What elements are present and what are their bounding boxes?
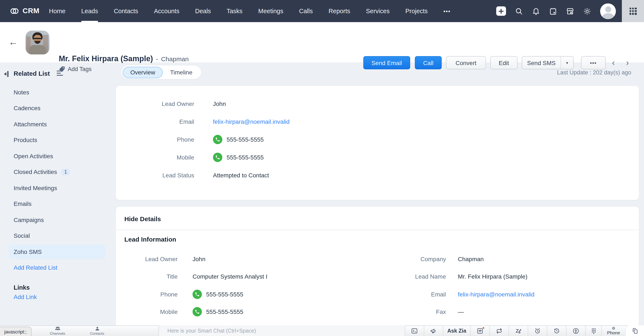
channels-dock-item[interactable]: Channels [45, 325, 70, 336]
sidebar-item-products[interactable]: Products [0, 132, 115, 148]
summary-row-lead-status: Lead Status Attempted to Contact [116, 166, 639, 184]
last-update-text: Last Update : 202 day(s) ago [557, 69, 631, 76]
nav-item-meetings[interactable]: Meetings [258, 0, 284, 22]
sidebar-item-notes[interactable]: Notes [0, 84, 115, 100]
field-phone: Phone 555-555-5555 [116, 285, 376, 303]
sidebar-item-open-activities[interactable]: Open Activities [0, 148, 115, 164]
nav-items: Home Leads Contacts Accounts Deals Tasks… [49, 0, 451, 22]
phone-call-icon[interactable] [192, 290, 202, 299]
accessibility-button[interactable] [566, 325, 585, 336]
hide-details-toggle[interactable]: Hide Details [116, 207, 639, 222]
lead-photo[interactable] [26, 31, 50, 54]
related-list-sidebar: Related List Notes Cadences Attachments … [0, 63, 115, 325]
lead-info-left-column: Lead Owner John Title Computer Systems A… [116, 250, 376, 336]
contacts-dock-item[interactable]: Contacts [84, 325, 110, 336]
collapse-sidebar-icon[interactable] [4, 71, 10, 77]
nav-item-home[interactable]: Home [49, 0, 66, 22]
sidebar-item-campaigns[interactable]: Campaigns [0, 212, 115, 228]
notification-dot [482, 327, 484, 329]
send-email-button[interactable]: Send Email [363, 56, 410, 69]
phone-call-icon[interactable] [213, 153, 222, 162]
zia-insights-button[interactable] [470, 325, 490, 336]
sidebar-item-cadences[interactable]: Cadences [0, 100, 115, 116]
sidebar-item-zoho-sms[interactable]: Zoho SMS [0, 244, 115, 260]
tab-timeline[interactable]: Timeline [163, 67, 200, 78]
bottom-right-tools: Ask Zia [405, 325, 644, 336]
user-avatar[interactable] [600, 3, 616, 19]
phone-call-icon[interactable] [213, 135, 222, 144]
app-launcher-button[interactable] [622, 0, 644, 22]
copy-icon [632, 327, 638, 334]
nav-item-tasks[interactable]: Tasks [226, 0, 242, 22]
sidebar-item-social[interactable]: Social [0, 228, 115, 244]
sidebar-item-attachments[interactable]: Attachments [0, 116, 115, 132]
channels-people-icon [55, 326, 60, 331]
email-link[interactable]: felix-hirpara@noemail.invalid [213, 118, 290, 125]
links-section-title: Links [14, 284, 30, 291]
zia-sketch-icon [515, 327, 522, 334]
marketplace-store-icon[interactable] [566, 7, 574, 15]
avatar-body-shape [602, 13, 614, 19]
add-tags-button[interactable]: Add Tags [59, 66, 92, 72]
back-button[interactable]: ← [8, 37, 18, 47]
dialpad-button[interactable] [585, 325, 602, 336]
search-icon[interactable] [515, 7, 523, 15]
email-link[interactable]: felix-hirpara@noemail.invalid [458, 291, 534, 298]
sidebar-item-emails[interactable]: Emails [0, 196, 115, 212]
sidebar-item-invited-meetings[interactable]: Invited Meetings [0, 180, 115, 196]
workflow-button[interactable] [490, 325, 508, 336]
next-record-button[interactable]: › [626, 59, 629, 67]
reminders-button[interactable] [528, 325, 547, 336]
nav-item-services[interactable]: Services [366, 0, 390, 22]
field-lead-owner: Lead Owner John [116, 250, 376, 268]
status-bar-link-preview: javascript:; [0, 327, 31, 336]
main-content: Overview Timeline Last Update : 202 day(… [115, 63, 644, 325]
send-sms-dropdown-caret-icon[interactable]: ▾ [560, 57, 573, 69]
ask-zia-button[interactable]: Ask Zia [443, 325, 470, 336]
announcements-button[interactable] [424, 325, 443, 336]
nav-item-leads[interactable]: Leads [81, 0, 98, 22]
feedback-console-button[interactable] [405, 325, 424, 336]
photo-shirt [29, 45, 46, 54]
phone-settings-button[interactable]: ⚙ Phone [602, 325, 625, 336]
recent-items-button[interactable] [547, 325, 566, 336]
smart-chat-input[interactable]: Here is your Smart Chat (Ctrl+Space) [158, 325, 406, 336]
nav-item-deals[interactable]: Deals [195, 0, 211, 22]
copy-clipboard-button[interactable] [625, 325, 644, 336]
megaphone-icon [430, 327, 437, 334]
nav-more-icon[interactable]: ••• [444, 0, 450, 22]
accessibility-person-icon [572, 327, 579, 334]
closed-activities-count-badge: 1 [61, 169, 70, 175]
convert-button[interactable]: Convert [446, 56, 486, 69]
calendar-icon[interactable] [549, 7, 557, 15]
summary-row-email: Email felix-hirpara@noemail.invalid [116, 113, 639, 131]
sidebar-item-closed-activities[interactable]: Closed Activities 1 [0, 164, 115, 180]
call-button[interactable]: Call [415, 56, 442, 69]
title-separator: - [156, 55, 158, 62]
lead-info-right-column: Company Chapman Lead Name Mr. Felix Hirp… [388, 250, 636, 336]
nav-item-contacts[interactable]: Contacts [114, 0, 138, 22]
send-sms-button[interactable]: Send SMS [522, 57, 560, 69]
summary-card: Lead Owner John Email felix-hirpara@noem… [116, 86, 639, 200]
more-actions-button[interactable]: ••• [581, 56, 606, 69]
settings-gear-icon[interactable] [583, 7, 591, 15]
gear-icon: ⚙ [612, 327, 615, 330]
quick-create-button[interactable] [496, 6, 506, 16]
previous-record-button[interactable]: ‹ [612, 59, 615, 67]
notifications-bell-icon[interactable] [532, 7, 540, 15]
field-fax: Fax — [388, 303, 636, 321]
zia-notebook-button[interactable] [508, 325, 528, 336]
nav-item-reports[interactable]: Reports [328, 0, 350, 22]
brand[interactable]: CRM [9, 0, 40, 22]
nav-item-projects[interactable]: Projects [405, 0, 428, 22]
add-link-link[interactable]: Add Link [14, 294, 37, 300]
contacts-label: Contacts [90, 332, 104, 335]
tab-overview[interactable]: Overview [123, 67, 163, 78]
phone-call-icon[interactable] [192, 307, 202, 317]
channels-label: Channels [50, 332, 65, 335]
add-related-list-link[interactable]: Add Related List [0, 260, 115, 276]
nav-item-accounts[interactable]: Accounts [154, 0, 179, 22]
nav-item-calls[interactable]: Calls [299, 0, 313, 22]
console-icon [411, 327, 418, 334]
edit-button[interactable]: Edit [490, 56, 518, 69]
